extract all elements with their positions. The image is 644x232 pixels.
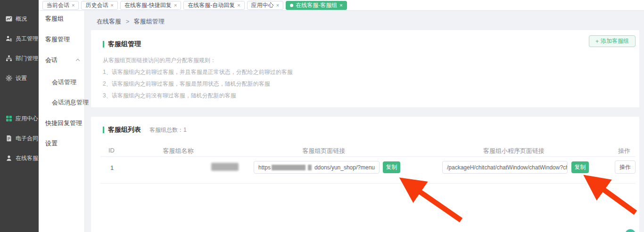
page-link-input[interactable]: https ddons/yun_shop/?menu <box>254 161 380 174</box>
link-masked-segment <box>308 165 312 170</box>
rule-line: 3、该客服组内之前没有聊过客服，随机分配新的客服 <box>103 90 293 102</box>
link-prefix: https <box>258 164 271 171</box>
close-icon[interactable]: × <box>72 3 74 8</box>
rule-line: 2、该客服组内之前聊过客服，客服是禁用状态，随机分配新的客服 <box>103 78 293 90</box>
column-header-mini-program-link: 客服组小程序页面链接 <box>483 147 545 155</box>
sidebar-item-overview[interactable]: 概况 <box>0 13 39 25</box>
close-icon[interactable]: × <box>237 3 240 8</box>
contract-doc-icon <box>6 135 12 142</box>
add-group-button[interactable]: + 添加客服组 <box>589 35 636 47</box>
sidebar-item-label: 设置 <box>16 74 27 82</box>
sidebar-item-label: 部门管理 <box>16 55 38 63</box>
service-person-icon <box>6 155 12 161</box>
assignment-rules: 从客服组页面链接访问的用户分配客服规则： 1、该客服组内之前聊过客服，并且客服是… <box>103 55 293 102</box>
close-icon[interactable]: × <box>276 3 279 8</box>
department-tree-icon <box>6 55 12 62</box>
active-dot-icon <box>290 4 293 7</box>
tab-label: 应用中心 <box>251 1 274 9</box>
tab-label: 在线客服-快捷回复 <box>124 1 172 9</box>
tags-view-bar: 当前会话 × 历史会话 × 在线客服-快捷回复 × 在线客服-自动回复 × 应用… <box>39 0 644 11</box>
sidebar-item-label: 概况 <box>16 15 27 23</box>
add-group-button-label: 添加客服组 <box>601 37 629 45</box>
mini-program-link-text: /packageH/chitchat/chatWindow/chatWindow… <box>447 164 568 171</box>
sidebar-item-department[interactable]: 部门管理 <box>0 52 39 64</box>
tab-quick-reply[interactable]: 在线客服-快捷回复 × <box>120 1 181 10</box>
column-header-id: ID <box>108 147 115 154</box>
plus-icon: + <box>595 38 599 45</box>
section-title: 客服组管理 <box>108 40 141 48</box>
section-marker <box>103 41 104 48</box>
sidebar-item-label: 员工管理 <box>16 35 38 43</box>
sidebar-item-label: 应用中心 <box>16 115 38 123</box>
table-header-divider <box>100 156 636 157</box>
sidebar-item-app-center[interactable]: 应用中心 <box>0 112 39 125</box>
submenu-item-session[interactable]: 会话 <box>45 56 58 64</box>
tab-label: 在线客服-客服组 <box>296 1 337 9</box>
rules-intro: 从客服组页面链接访问的用户分配客服规则： <box>103 55 293 66</box>
row-action-button[interactable]: 操作 <box>615 160 636 174</box>
group-manage-card: 客服组管理 + 添加客服组 从客服组页面链接访问的用户分配客服规则： 1、该客服… <box>91 30 639 107</box>
section-header: 客服组管理 <box>103 40 141 48</box>
tab-app-center[interactable]: 应用中心 × <box>247 1 283 10</box>
link-masked-segment <box>272 165 305 170</box>
sidebar-item-online-service[interactable]: 在线客服 <box>0 152 39 164</box>
submenu-item-service-group[interactable]: 客服组 <box>45 15 64 23</box>
group-total-count: 客服组总数：1 <box>149 126 187 134</box>
submenu-item-service-manage[interactable]: 客服管理 <box>45 35 70 44</box>
breadcrumb-parent[interactable]: 在线客服 <box>97 18 121 25</box>
breadcrumb-current: 客服组管理 <box>134 18 165 25</box>
close-icon[interactable]: × <box>110 3 113 8</box>
cell-group-name-masked <box>211 163 239 171</box>
primary-sidebar: 概况 员工管理 部门管理 设置 <box>0 0 39 232</box>
section-title: 客服组列表 <box>108 126 141 134</box>
close-icon[interactable]: × <box>174 3 177 8</box>
tab-auto-reply[interactable]: 在线客服-自动回复 × <box>183 1 244 10</box>
mini-program-link-input[interactable]: /packageH/chitchat/chatWindow/chatWindow… <box>442 161 568 174</box>
sidebar-item-label: 在线客服 <box>16 154 38 162</box>
secondary-sidebar: 客服组 客服管理 会话 会话管理 会话消息管理 快捷回复管理 设置 <box>39 11 85 232</box>
tab-label: 在线客服-自动回复 <box>188 1 235 9</box>
submenu-item-quick-reply-manage[interactable]: 快捷回复管理 <box>45 119 82 128</box>
breadcrumb-separator: > <box>126 18 130 25</box>
sidebar-item-staff[interactable]: 员工管理 <box>0 32 39 45</box>
tab-label: 当前会话 <box>47 1 69 9</box>
sidebar-item-label: 电子合同 <box>16 135 38 143</box>
customer-service-admin-page: { "colors": { "accent_green": "#42b983",… <box>0 0 644 232</box>
section-header: 客服组列表 客服组总数：1 <box>103 126 187 134</box>
tab-current-session[interactable]: 当前会话 × <box>42 1 79 10</box>
breadcrumb: 在线客服 > 客服组管理 <box>97 17 165 26</box>
gear-icon <box>6 75 12 81</box>
copy-page-link-button[interactable]: 复制 <box>383 161 400 173</box>
table-row-divider <box>100 183 636 184</box>
column-header-action: 操作 <box>618 147 630 155</box>
submenu-item-label: 会话 <box>45 56 58 64</box>
submenu-item-settings[interactable]: 设置 <box>45 139 58 148</box>
cell-id: 1 <box>110 164 114 171</box>
line-chart-icon <box>6 16 12 22</box>
sidebar-item-settings[interactable]: 设置 <box>0 72 39 84</box>
tab-label: 历史会话 <box>85 1 108 9</box>
app-grid-icon <box>6 115 12 122</box>
group-list-card: 客服组列表 客服组总数：1 ID 客服组名称 客服组页面链接 客服组小程序页面链… <box>91 117 639 232</box>
staff-icon <box>6 35 12 42</box>
sidebar-item-contract[interactable]: 电子合同 <box>0 132 39 144</box>
rule-line: 1、该客服组内之前聊过客服，并且客服是正常状态，分配给之前聊过的客服 <box>103 66 293 78</box>
main-content: 在线客服 > 客服组管理 客服组管理 + 添加客服组 从客服组页面链接访问的用户… <box>85 11 644 232</box>
submenu-item-session-manage[interactable]: 会话管理 <box>52 78 76 87</box>
link-suffix: ddons/yun_shop/?menu <box>314 164 375 171</box>
tab-service-group-active[interactable]: 在线客服-客服组 × <box>286 1 347 10</box>
column-header-page-link: 客服组页面链接 <box>303 147 346 155</box>
column-header-name: 客服组名称 <box>163 147 194 155</box>
section-marker <box>103 127 104 133</box>
chevron-up-icon <box>76 59 80 63</box>
submenu-item-session-message-manage[interactable]: 会话消息管理 <box>52 98 89 107</box>
close-icon[interactable]: × <box>339 3 342 8</box>
copy-mini-program-link-button[interactable]: 复制 <box>571 161 589 173</box>
tab-history-session[interactable]: 历史会话 × <box>81 1 117 10</box>
